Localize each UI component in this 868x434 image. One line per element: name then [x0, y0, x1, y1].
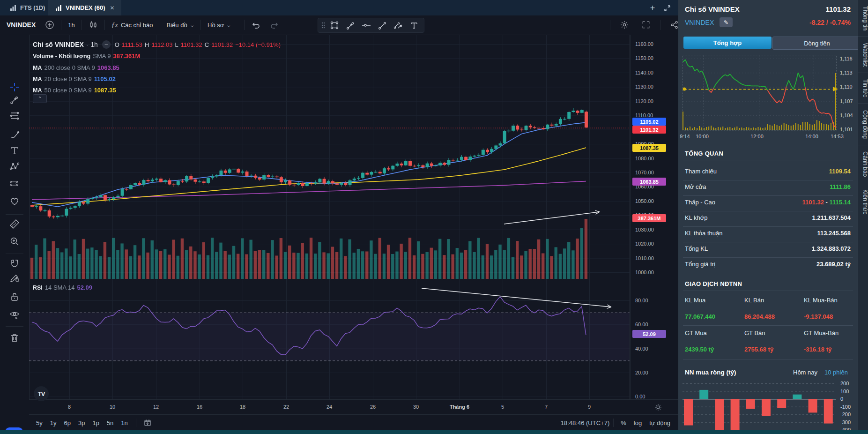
- compare-add-symbol-button[interactable]: [40, 18, 59, 31]
- brush-tool-button[interactable]: [7, 127, 22, 142]
- clock[interactable]: 18:48:46 (UTC+7): [561, 419, 609, 427]
- edit-symbol-button[interactable]: ✎: [720, 17, 733, 27]
- zoom-in-tool-button[interactable]: [7, 234, 22, 249]
- window-bottom-strip: [0, 430, 868, 434]
- indicators-button[interactable]: ƒx Các chỉ báo: [107, 18, 158, 31]
- range-button[interactable]: 3p: [75, 418, 88, 428]
- percent-scale-button[interactable]: %: [617, 418, 630, 428]
- log-scale-button[interactable]: log: [631, 418, 645, 428]
- fib-retracement-tool-button[interactable]: [7, 108, 22, 123]
- time-axis-label: 26: [370, 404, 376, 410]
- profile-menu-button[interactable]: Hồ sơ ⌄: [203, 18, 236, 31]
- side-tab-watchlist[interactable]: Watchlist: [858, 37, 868, 73]
- separator: [683, 242, 853, 242]
- fullscreen-brackets-icon: [641, 20, 651, 30]
- ma-label[interactable]: MA: [33, 65, 42, 71]
- panel-symbol-link[interactable]: VNINDEX: [685, 19, 714, 26]
- rectangle-tool-button[interactable]: [327, 19, 341, 31]
- expand-layout-icon[interactable]: [661, 2, 673, 14]
- calendar-icon: [143, 419, 152, 427]
- nn-axis-label: 200: [840, 381, 849, 386]
- side-tab-cảnh-báo[interactable]: Cảnh báo: [858, 145, 868, 183]
- drag-handle-icon[interactable]: [321, 21, 326, 30]
- chart-settings-button[interactable]: [615, 18, 634, 31]
- scale-settings-sun-icon[interactable]: [654, 403, 662, 412]
- range-button[interactable]: 1n: [118, 418, 131, 428]
- text-tool-button[interactable]: [7, 143, 22, 158]
- symbol-search-button[interactable]: VNINDEX: [7, 18, 40, 31]
- panel-title: Chỉ số VNINDEX: [685, 5, 740, 13]
- undo-button[interactable]: [246, 18, 265, 31]
- side-tab-kiến-thức[interactable]: Kiến thức: [858, 183, 868, 221]
- new-tab-button[interactable]: +: [647, 2, 658, 14]
- price-scale[interactable]: 1160.001150.001140.001130.001120.001110.…: [630, 35, 679, 399]
- lock-drawings-button[interactable]: [7, 289, 22, 304]
- range-button[interactable]: 5n: [104, 418, 117, 428]
- hide-series-button[interactable]: −: [102, 40, 111, 49]
- auto-scale-button[interactable]: tự động: [646, 418, 674, 428]
- interval-button[interactable]: 1h: [63, 18, 79, 31]
- tab-dong-tien[interactable]: Dòng tiền: [772, 37, 861, 50]
- side-tab-thông-tin[interactable]: Thông tin: [858, 0, 868, 37]
- foreign-col-header: GT Mua-Bán: [804, 329, 838, 337]
- trend-line-tool-button[interactable]: [7, 92, 22, 107]
- ma-label[interactable]: MA: [33, 87, 42, 94]
- range-button[interactable]: 1p: [89, 418, 102, 428]
- range-button[interactable]: 5y: [33, 418, 46, 428]
- ohlc-open: 1111.53: [122, 41, 142, 48]
- price-scale-label: 1150.00: [631, 55, 680, 61]
- ma-value: 1063.85: [97, 64, 119, 71]
- side-tab-cộng-đồng[interactable]: Cộng đồng: [858, 104, 868, 145]
- go-to-date-button[interactable]: [140, 417, 155, 428]
- time-axis-label: 10: [110, 404, 115, 410]
- horizontal-ray-tool-button[interactable]: [359, 19, 373, 31]
- overview-row-label: Tổng KL: [685, 245, 708, 252]
- mini-chart-y-label: 1,104: [840, 112, 853, 118]
- collapse-indicators-button[interactable]: ⌃: [33, 94, 47, 103]
- redo-button[interactable]: [265, 18, 284, 31]
- main-price-chart[interactable]: [29, 35, 630, 399]
- overview-value-part: 23.689,02 tỷ: [816, 261, 851, 268]
- price-scale-label: 1070.00: [631, 170, 680, 175]
- time-axis-label: 9: [588, 404, 591, 410]
- volume-legend: Volume - Khối lượng SMA 9 387.361M: [33, 52, 140, 60]
- arrow-tool-button[interactable]: [343, 19, 357, 31]
- range-button[interactable]: 1y: [47, 418, 60, 428]
- tab-vnindex[interactable]: VNINDEX (60) ✕: [48, 0, 121, 16]
- magnet-mode-button[interactable]: [7, 256, 22, 271]
- fullscreen-button[interactable]: [637, 18, 655, 31]
- foreign-col-header: KL Mua: [685, 297, 705, 304]
- foreign-col-header: GT Mua: [685, 329, 707, 337]
- overview-row-label: Thấp - Cao: [685, 199, 715, 206]
- separator: [683, 226, 853, 227]
- ma-label[interactable]: MA: [33, 76, 42, 82]
- forecast-tool-button[interactable]: [7, 176, 22, 191]
- xabcd-pattern-tool-button[interactable]: [7, 159, 22, 174]
- tab-tong-hop[interactable]: Tổng hợp: [683, 37, 772, 49]
- parallel-channel-tool-button[interactable]: [391, 19, 405, 31]
- ruler-tool-button[interactable]: [7, 217, 22, 232]
- time-axis[interactable]: 81012161822242630Tháng 6579: [29, 399, 678, 415]
- drawing-mode-button[interactable]: [7, 270, 22, 285]
- favorites-heart-button[interactable]: [7, 194, 22, 209]
- tab-fts[interactable]: FTS (1D): [3, 0, 52, 15]
- time-axis-label: 12: [153, 404, 159, 410]
- nn-today-toggle[interactable]: Hôm nay: [793, 369, 817, 376]
- close-icon[interactable]: ✕: [110, 5, 115, 11]
- legend-symbol-name[interactable]: Chỉ số VNINDEX: [33, 41, 84, 48]
- separator: [683, 180, 853, 180]
- foreign-net-buy-bar-chart[interactable]: [682, 380, 838, 434]
- trend-line-tool-button[interactable]: [375, 19, 389, 31]
- text-tool-button[interactable]: [407, 19, 421, 31]
- nn-sessions-toggle[interactable]: 10 phiên: [824, 369, 848, 376]
- chart-menu-button[interactable]: Biểu đồ ⌄: [162, 18, 199, 31]
- remove-drawings-button[interactable]: [7, 330, 22, 345]
- rsi-scale-label: 20.00: [631, 370, 680, 375]
- hide-drawings-button[interactable]: [7, 307, 22, 322]
- range-button[interactable]: 6p: [60, 418, 74, 428]
- side-tab-tin-tức[interactable]: Tin tức: [858, 73, 868, 104]
- chart-type-button[interactable]: [84, 18, 103, 31]
- tradingview-logo[interactable]: TV: [34, 386, 49, 401]
- price-scale-label: 1140.00: [631, 70, 680, 75]
- intraday-mini-chart[interactable]: [682, 54, 838, 133]
